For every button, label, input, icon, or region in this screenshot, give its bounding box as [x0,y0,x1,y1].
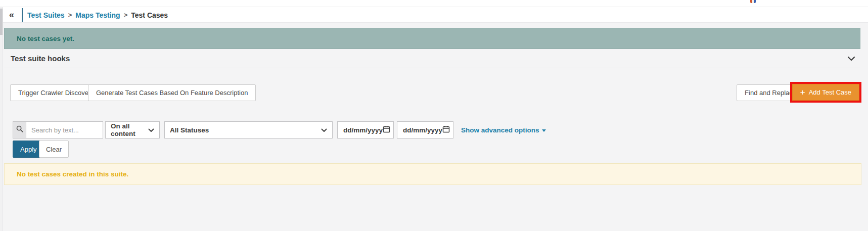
search-button[interactable] [13,121,26,138]
test-cases-page: « Test Suites > Maps Testing > Test Case… [0,0,868,231]
plus-icon: + [800,88,805,97]
breadcrumb-separator: > [68,11,72,19]
search-scope-select[interactable]: On all content [105,121,160,138]
date-from-input[interactable]: dd/mm/yyyy [337,121,394,138]
add-test-case-label: Add Test Case [809,88,851,96]
add-test-case-button[interactable]: + Add Test Case [792,84,859,101]
warning-banner-text: No test cases created in this suite. [17,170,128,178]
test-suite-hooks-header[interactable]: Test suite hooks [4,49,860,68]
generate-test-cases-button[interactable]: Generate Test Cases Based On Feature Des… [88,84,256,101]
calendar-icon[interactable] [383,125,390,134]
breadcrumb-row: « Test Suites > Maps Testing > Test Case… [3,7,868,23]
hooks-title: Test suite hooks [11,54,70,63]
breadcrumb-test-cases: Test Cases [131,11,168,19]
chevron-down-icon [321,126,327,134]
collapse-icon: « [9,10,14,20]
calendar-icon[interactable] [442,125,450,134]
breadcrumb-test-suites[interactable]: Test Suites [27,11,65,19]
chevron-down-icon[interactable] [847,56,855,61]
breadcrumb-maps-testing[interactable]: Maps Testing [75,11,120,19]
add-test-case-highlight: + Add Test Case [790,82,861,103]
left-rail[interactable] [0,7,3,231]
status-value: All Statuses [170,126,209,134]
info-banner: No test cases yet. [4,28,860,49]
partial-cutoff-icon [750,0,756,3]
chevron-down-icon [148,126,154,134]
date-from-placeholder: dd/mm/yyyy [343,126,383,134]
top-strip [0,0,868,7]
date-to-input[interactable]: dd/mm/yyyy [397,121,453,138]
breadcrumb-separator: > [124,11,128,19]
caret-down-icon [542,129,546,132]
breadcrumb-divider [22,8,23,22]
info-banner-text: No test cases yet. [17,35,74,42]
sidebar-collapse-button[interactable]: « [7,7,16,23]
scrollbar-thumb[interactable] [0,9,3,35]
warning-banner: No test cases created in this suite. [4,163,861,185]
clear-button[interactable]: Clear [39,141,69,158]
status-select[interactable]: All Statuses [164,121,333,138]
date-to-placeholder: dd/mm/yyyy [403,126,442,134]
breadcrumb: Test Suites > Maps Testing > Test Cases [27,7,168,23]
show-advanced-options-label: Show advanced options [461,126,539,134]
search-icon [16,125,23,134]
search-scope-value: On all content [111,122,148,137]
search-input[interactable] [26,122,103,138]
search-field-wrap [26,121,103,138]
show-advanced-options-link[interactable]: Show advanced options [461,121,546,138]
